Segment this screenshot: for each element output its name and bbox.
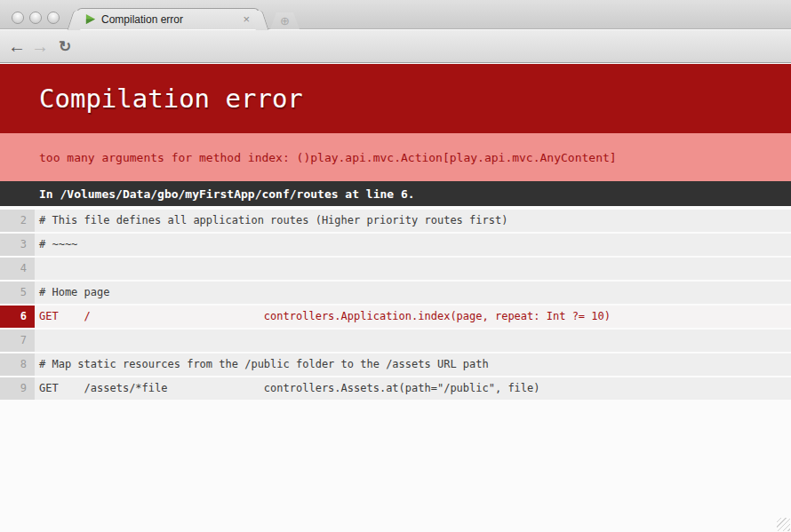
line-content: # ~~~~ <box>35 234 791 256</box>
window-minimize-button[interactable] <box>29 12 42 24</box>
code-line: 8 # Map static resources from the /publi… <box>0 353 791 376</box>
code-line: 3 # ~~~~ <box>0 234 791 256</box>
line-content <box>35 258 791 280</box>
line-number: 5 <box>0 282 35 304</box>
error-location-bar: In /Volumes/Data/gbo/myFirstApp/conf/rou… <box>0 181 791 206</box>
tab-title: Compilation error <box>101 13 241 26</box>
source-code-listing: 2 # This file defines all application ro… <box>0 210 791 400</box>
line-number: 4 <box>0 258 35 280</box>
navigation-toolbar: ← → ↻ localhost:9000 ☆ ↑ <box>0 30 791 63</box>
code-line: 9 GET /assets/*file controllers.Assets.a… <box>0 377 791 400</box>
window-resize-grip[interactable] <box>777 518 790 531</box>
line-content: # This file defines all application rout… <box>35 210 791 232</box>
tab-close-icon[interactable]: × <box>241 13 252 25</box>
tab-compilation-error[interactable]: Compilation error × <box>76 8 260 29</box>
error-message-bar: too many arguments for method index: ()p… <box>0 133 791 181</box>
code-line: 4 <box>0 258 791 280</box>
reload-button[interactable]: ↻ <box>53 30 76 63</box>
error-message: too many arguments for method index: ()p… <box>39 151 617 164</box>
error-location: In /Volumes/Data/gbo/myFirstApp/conf/rou… <box>39 187 415 201</box>
line-content: # Map static resources from the /public … <box>35 353 791 376</box>
window-close-button[interactable] <box>12 12 24 24</box>
code-line-marked: 6 GET / controllers.Application.index(pa… <box>0 306 791 328</box>
error-page: Compilation error too many arguments for… <box>0 64 791 532</box>
page-title: Compilation error <box>39 83 303 114</box>
reload-icon: ↻ <box>59 37 71 56</box>
line-content: GET /assets/*file controllers.Assets.at(… <box>35 377 791 400</box>
forward-button[interactable]: → <box>28 30 52 63</box>
line-number: 6 <box>0 306 35 328</box>
forward-arrow-icon: → <box>31 36 49 57</box>
new-tab-plus-icon: ⊕ <box>280 14 290 28</box>
line-number: 9 <box>0 377 35 400</box>
line-number: 2 <box>0 210 35 232</box>
window-zoom-button[interactable] <box>47 12 60 24</box>
line-content: GET / controllers.Application.index(page… <box>35 306 791 328</box>
new-tab-button[interactable]: ⊕ <box>270 12 300 29</box>
line-number: 8 <box>0 353 35 376</box>
tab-strip: Compilation error × ⊕ <box>0 0 791 29</box>
line-content <box>35 330 791 352</box>
line-number: 7 <box>0 330 35 352</box>
line-content: # Home page <box>35 282 791 304</box>
code-line: 7 <box>0 330 791 352</box>
error-header: Compilation error <box>0 64 791 133</box>
code-line: 5 # Home page <box>0 282 791 304</box>
back-button[interactable]: ← <box>5 30 28 63</box>
code-line: 2 # This file defines all application ro… <box>0 210 791 232</box>
line-number: 3 <box>0 234 35 256</box>
play-framework-favicon-icon <box>84 13 96 25</box>
browser-window: Compilation error × ⊕ ← → ↻ localhost:90… <box>0 0 791 532</box>
back-arrow-icon: ← <box>8 36 26 57</box>
